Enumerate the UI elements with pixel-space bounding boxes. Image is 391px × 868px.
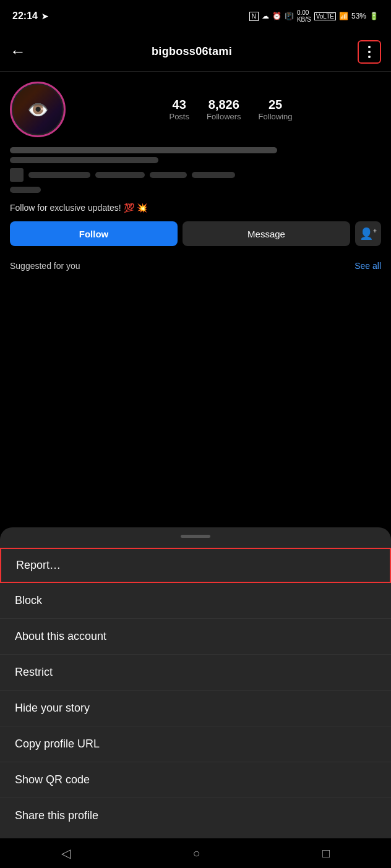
alarm-icon: ⏰	[272, 12, 281, 20]
about-account-menu-item[interactable]: About this account	[0, 619, 391, 655]
back-nav-button[interactable]: ◁	[61, 846, 71, 861]
report-menu-item[interactable]: Report…	[0, 548, 391, 583]
restrict-label: Restrict	[15, 666, 53, 678]
copy-url-menu-item[interactable]: Copy profile URL	[0, 726, 391, 762]
profile-section: 👁️ 43 Posts 8,826 Followers 25 Following	[0, 72, 391, 278]
posts-count: 43	[173, 98, 186, 112]
bluetooth-icon: ☁	[262, 12, 269, 20]
avatar[interactable]: 👁️	[10, 82, 66, 137]
action-buttons: Follow Message 👤+	[10, 221, 381, 246]
back-button[interactable]: ←	[10, 42, 26, 61]
bio-area	[10, 147, 381, 198]
recents-nav-button[interactable]: □	[322, 846, 330, 861]
block-label: Block	[15, 594, 42, 606]
status-icons: N ☁ ⏰ 📳 0.00KB/S VoLTE 📶 53% 🔋	[249, 9, 379, 23]
vertical-dots-icon	[368, 46, 371, 58]
suggested-row: Suggested for you See all	[10, 256, 381, 278]
profile-username-title: bigboss06tami	[152, 45, 232, 58]
followers-label: Followers	[207, 112, 241, 121]
link-text-2	[95, 172, 145, 178]
block-menu-item[interactable]: Block	[0, 583, 391, 619]
nav-send-icon: ➤	[41, 12, 48, 21]
battery-icon: 🔋	[369, 12, 379, 20]
suggested-label: Suggested for you	[10, 261, 80, 271]
share-profile-menu-item[interactable]: Share this profile	[0, 798, 391, 833]
posts-stat: 43 Posts	[169, 98, 189, 121]
following-stat[interactable]: 25 Following	[259, 98, 293, 121]
bio-line-1	[10, 147, 277, 153]
bottom-nav: ◁ ○ □	[0, 838, 391, 868]
avatar-image: 👁️	[13, 85, 62, 134]
following-label: Following	[259, 112, 293, 121]
link-sub-text	[10, 187, 41, 193]
copy-url-label: Copy profile URL	[15, 738, 100, 750]
profile-header: 👁️ 43 Posts 8,826 Followers 25 Following	[10, 82, 381, 137]
about-label: About this account	[15, 630, 106, 642]
hide-story-label: Hide your story	[15, 702, 90, 714]
profile-stats: 43 Posts 8,826 Followers 25 Following	[80, 98, 381, 121]
follow-button[interactable]: Follow	[10, 221, 178, 246]
link-text-3	[150, 172, 187, 178]
message-button[interactable]: Message	[183, 221, 350, 246]
link-thumbnail	[10, 168, 24, 182]
link-text-4	[192, 172, 235, 178]
share-profile-label: Share this profile	[15, 809, 98, 822]
add-friend-button[interactable]: 👤+	[355, 221, 381, 246]
promo-text: Follow for exclusive updates! 💯 💥	[10, 203, 381, 213]
vibrate-icon: 📳	[285, 12, 294, 20]
top-nav: ← bigboss06tami	[0, 32, 391, 72]
bio-line-2	[10, 157, 158, 163]
posts-label: Posts	[169, 112, 189, 121]
more-options-button[interactable]	[358, 40, 381, 64]
status-time: 22:14 ➤	[12, 11, 48, 22]
following-count: 25	[269, 98, 282, 112]
restrict-menu-item[interactable]: Restrict	[0, 655, 391, 691]
show-qr-label: Show QR code	[15, 773, 90, 786]
link-text-1	[28, 172, 90, 178]
add-friend-icon: 👤+	[359, 227, 377, 240]
home-nav-button[interactable]: ○	[192, 846, 200, 861]
link-row	[10, 168, 381, 182]
followers-stat[interactable]: 8,826 Followers	[207, 98, 241, 121]
report-label: Report…	[16, 559, 61, 571]
nfc-icon: N	[249, 12, 259, 21]
clock: 22:14	[12, 11, 38, 22]
followers-count: 8,826	[208, 98, 239, 112]
status-bar: 22:14 ➤ N ☁ ⏰ 📳 0.00KB/S VoLTE 📶 53% 🔋	[0, 0, 391, 32]
battery-text: 53%	[351, 12, 366, 20]
show-qr-menu-item[interactable]: Show QR code	[0, 762, 391, 798]
bottom-sheet: Report… Block About this account Restric…	[0, 527, 391, 838]
lte-icon: VoLTE	[314, 12, 336, 20]
sheet-handle	[181, 535, 210, 538]
hide-story-menu-item[interactable]: Hide your story	[0, 691, 391, 726]
signal-icon: 📶	[339, 12, 348, 20]
data-speed: 0.00KB/S	[297, 9, 311, 23]
see-all-link[interactable]: See all	[354, 261, 381, 271]
